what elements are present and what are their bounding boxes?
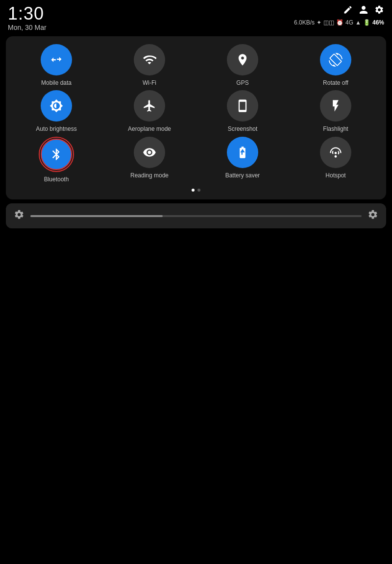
battery-saver-label: Battery saver [225, 172, 260, 179]
tile-gps[interactable]: GPS [198, 44, 287, 86]
status-bar: 1:30 Mon, 30 Mar 6.0KB/s ✦ ◫◫ ⏰ 4G ▲ 🔋 4… [0, 0, 392, 34]
status-indicators: 6.0KB/s ✦ ◫◫ ⏰ 4G ▲ 🔋 46% [294, 19, 384, 26]
tile-flashlight[interactable]: Flashlight [291, 90, 380, 132]
mobile-data-icon-wrap [41, 44, 72, 75]
settings-icon[interactable] [374, 5, 384, 17]
status-time: 1:30 [8, 5, 47, 23]
mobile-data-label: Mobile data [41, 79, 72, 86]
tile-wifi[interactable]: Wi-Fi [105, 44, 194, 86]
battery-icon: 🔋 [363, 19, 370, 26]
auto-brightness-icon-wrap [41, 90, 72, 122]
brightness-left-icon[interactable] [14, 209, 24, 222]
aeroplane-label: Aeroplane mode [128, 125, 171, 132]
pagination-dot-1 [192, 189, 195, 192]
tile-battery-saver[interactable]: Battery saver [198, 137, 287, 183]
reading-mode-label: Reading mode [130, 172, 169, 179]
tile-rotate-off[interactable]: Rotate off [291, 44, 380, 86]
brightness-fill [30, 215, 163, 217]
gps-icon-wrap [227, 44, 258, 75]
tile-bluetooth[interactable]: Bluetooth [12, 137, 101, 183]
wifi-icon-wrap [134, 44, 165, 75]
tile-hotspot[interactable]: Hotspot [291, 137, 380, 183]
status-action-icons [343, 5, 384, 17]
tile-reading-mode[interactable]: Reading mode [105, 137, 194, 183]
tile-screenshot[interactable]: Screenshot [198, 90, 287, 132]
tile-auto-brightness[interactable]: Auto brightness [12, 90, 101, 132]
pagination-dot-2 [197, 189, 200, 192]
status-right: 6.0KB/s ✦ ◫◫ ⏰ 4G ▲ 🔋 46% [294, 5, 384, 26]
bluetooth-label: Bluetooth [44, 176, 69, 183]
brightness-slider[interactable] [30, 215, 362, 217]
edit-icon[interactable] [343, 5, 353, 17]
signal-strength: ▲ [355, 19, 361, 26]
battery-saver-icon-wrap [227, 137, 258, 168]
battery-percentage: 46% [372, 19, 384, 26]
status-left: 1:30 Mon, 30 Mar [8, 5, 47, 31]
tiles-grid: Mobile data Wi-Fi GPS Rotate off [12, 44, 380, 183]
network-type: 4G [345, 19, 353, 26]
reading-mode-icon-wrap [134, 137, 165, 168]
screenshot-icon-wrap [227, 90, 258, 122]
quick-settings-panel: Mobile data Wi-Fi GPS Rotate off [6, 36, 386, 199]
wifi-label: Wi-Fi [143, 79, 156, 86]
hotspot-label: Hotspot [325, 172, 345, 179]
profile-icon[interactable] [359, 5, 368, 17]
brightness-settings-icon[interactable] [368, 209, 378, 222]
rotate-off-label: Rotate off [323, 79, 348, 86]
signal-icon: ◫◫ [323, 19, 334, 26]
network-speed: 6.0KB/s [294, 19, 315, 26]
screenshot-label: Screenshot [228, 125, 258, 132]
pagination-dots [12, 189, 380, 192]
rotate-off-icon-wrap [320, 44, 351, 75]
flashlight-icon-wrap [320, 90, 351, 122]
auto-brightness-label: Auto brightness [36, 125, 76, 132]
tile-mobile-data[interactable]: Mobile data [12, 44, 101, 86]
gps-label: GPS [236, 79, 248, 86]
brightness-row [6, 203, 386, 228]
status-date: Mon, 30 Mar [8, 24, 47, 31]
flashlight-label: Flashlight [323, 125, 348, 132]
hotspot-icon-wrap [320, 137, 351, 168]
alarm-icon: ⏰ [336, 19, 343, 26]
aeroplane-icon-wrap [134, 90, 165, 122]
bluetooth-status-icon: ✦ [317, 19, 321, 26]
tile-aeroplane-mode[interactable]: Aeroplane mode [105, 90, 194, 132]
